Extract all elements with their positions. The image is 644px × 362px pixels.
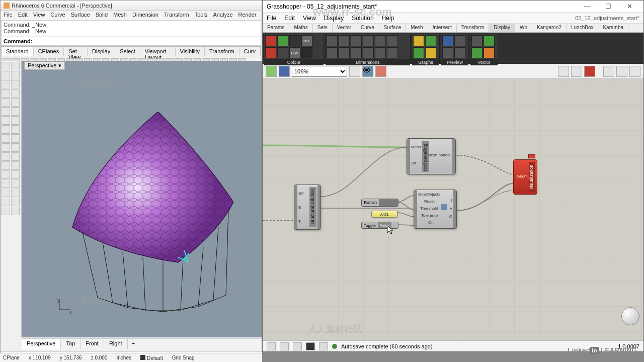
- tb-r6[interactable]: [629, 66, 640, 77]
- lt-31[interactable]: [2, 198, 10, 206]
- gh-tab-karamba[interactable]: Karamba: [598, 24, 628, 32]
- status-layer[interactable]: Default: [140, 355, 163, 361]
- lt-7[interactable]: [2, 89, 10, 98]
- menu-surface[interactable]: Surface: [71, 12, 90, 19]
- close-button[interactable]: ✕: [619, 2, 639, 12]
- node-roof-panelling[interactable]: Mesh Srf roof panelling mesh panels: [407, 138, 456, 174]
- ric-icon[interactable]: [277, 47, 288, 58]
- ric-icon[interactable]: [265, 35, 276, 46]
- tab-setview[interactable]: Set View: [64, 47, 88, 56]
- gh-tab-params[interactable]: Params: [263, 24, 289, 32]
- ric-icon[interactable]: [425, 35, 436, 46]
- gh-menu-edit[interactable]: Edit: [284, 15, 295, 22]
- lt-19[interactable]: [2, 143, 10, 152]
- open-icon[interactable]: [266, 66, 277, 77]
- gh-tab-wb[interactable]: Wb: [515, 24, 532, 32]
- maximize-button[interactable]: ☐: [598, 2, 618, 12]
- tab-display[interactable]: Display: [88, 47, 115, 56]
- tab-standard[interactable]: Standard: [2, 47, 34, 56]
- vtab-perspective[interactable]: Perspective: [22, 339, 61, 349]
- lt-28[interactable]: [11, 179, 20, 188]
- ric-icon[interactable]: [351, 47, 362, 58]
- lt-34[interactable]: [11, 207, 20, 215]
- gh-tab-intersect[interactable]: Intersect: [428, 24, 457, 32]
- gh-menubar[interactable]: File Edit View Display Solution Help 05_…: [263, 13, 643, 24]
- ric-icon[interactable]: [289, 35, 300, 46]
- menu-mesh[interactable]: Mesh: [113, 12, 127, 19]
- sketch-icon[interactable]: [375, 66, 386, 77]
- sb-icon-1[interactable]: [267, 342, 276, 350]
- viewport-tabs[interactable]: Perspective Top Front Right +: [22, 338, 262, 349]
- sb-icon-5[interactable]: [319, 342, 328, 350]
- ric-icon[interactable]: [277, 35, 288, 46]
- node-solver[interactable]: GoalObjects Reset Threshold Tolerance On…: [414, 190, 457, 229]
- ric-icon[interactable]: [442, 47, 453, 58]
- menu-file[interactable]: File: [4, 12, 13, 19]
- gh-titlebar[interactable]: Grasshopper - 05_12_adjustments_start* —…: [263, 1, 643, 13]
- ric-icon[interactable]: [413, 47, 424, 58]
- menu-edit[interactable]: Edit: [18, 12, 28, 19]
- gh-tab-curve[interactable]: Curve: [356, 24, 379, 32]
- ric-icon[interactable]: [375, 35, 386, 46]
- lt-1[interactable]: [2, 62, 10, 70]
- gh-tab-kangaroo2[interactable]: Kangaroo2: [532, 24, 567, 32]
- ric-icon[interactable]: [327, 47, 338, 58]
- tab-transform[interactable]: Transform: [205, 47, 239, 56]
- node-structural-solution[interactable]: Srf B T structural solution: [294, 185, 321, 230]
- lt-4[interactable]: [11, 71, 20, 79]
- ric-icon[interactable]: [363, 35, 374, 46]
- ric-icon[interactable]: [265, 47, 276, 58]
- menu-transform[interactable]: Transform: [164, 12, 189, 19]
- tab-curve[interactable]: Curv: [239, 47, 261, 56]
- zoom-select[interactable]: 106%: [292, 66, 347, 77]
- menu-solid[interactable]: Solid: [96, 12, 108, 19]
- gh-menu-file[interactable]: File: [267, 15, 276, 22]
- lt-23[interactable]: [2, 161, 10, 170]
- gh-menu-solution[interactable]: Solution: [352, 15, 373, 22]
- ric-icon[interactable]: [425, 47, 436, 58]
- viewport-label[interactable]: Perspective ▾: [24, 61, 65, 70]
- lt-11[interactable]: [2, 107, 10, 116]
- lt-29[interactable]: [2, 189, 10, 197]
- lt-8[interactable]: [11, 89, 20, 98]
- lt-17[interactable]: [2, 134, 10, 143]
- gh-ribbon[interactable]: HSLHSV Colour Dimensions Graphs Preview …: [263, 33, 643, 64]
- sb-icon-2[interactable]: [280, 342, 289, 350]
- lt-6[interactable]: [11, 80, 20, 88]
- node-visualization[interactable]: Geom visualization: [513, 159, 537, 195]
- ric-icon[interactable]: [484, 47, 495, 58]
- gh-tab-transform[interactable]: Transform: [457, 24, 489, 32]
- gh-tab-surface[interactable]: Surface: [379, 24, 406, 32]
- tb-r3[interactable]: [584, 66, 595, 77]
- vtab-top[interactable]: Top: [61, 339, 80, 349]
- vtab-add[interactable]: +: [128, 339, 139, 349]
- lt-30[interactable]: [11, 189, 20, 197]
- tb-r4[interactable]: [603, 66, 614, 77]
- lt-15[interactable]: [2, 125, 10, 134]
- gh-menu-view[interactable]: View: [303, 15, 316, 22]
- perspective-viewport[interactable]: Perspective ▾: [22, 61, 262, 337]
- ric-icon[interactable]: [339, 35, 350, 46]
- ric-icon[interactable]: [301, 47, 312, 58]
- lt-32[interactable]: [11, 198, 20, 206]
- lt-27[interactable]: [2, 179, 10, 188]
- lt-3[interactable]: [2, 71, 10, 79]
- lt-18[interactable]: [11, 134, 20, 143]
- gh-tab-sets[interactable]: Sets: [313, 24, 333, 32]
- ric-icon[interactable]: [387, 47, 398, 58]
- ric-icon[interactable]: [454, 35, 465, 46]
- lt-2[interactable]: [11, 62, 20, 70]
- tb-r2[interactable]: [571, 66, 582, 77]
- lt-25[interactable]: [2, 170, 10, 179]
- lt-16[interactable]: [11, 125, 20, 134]
- sb-icon-4[interactable]: [306, 342, 315, 350]
- navigation-ball[interactable]: [621, 307, 639, 325]
- gh-tab-mesh[interactable]: Mesh: [406, 24, 428, 32]
- vtab-right[interactable]: Right: [104, 339, 128, 349]
- lt-33[interactable]: [2, 207, 10, 215]
- rhino-left-toolbar[interactable]: [1, 61, 22, 337]
- gh-menu-help[interactable]: Help: [382, 15, 394, 22]
- lt-26[interactable]: [11, 170, 20, 179]
- ric-icon[interactable]: [363, 47, 374, 58]
- gh-tab-vector[interactable]: Vector: [333, 24, 356, 32]
